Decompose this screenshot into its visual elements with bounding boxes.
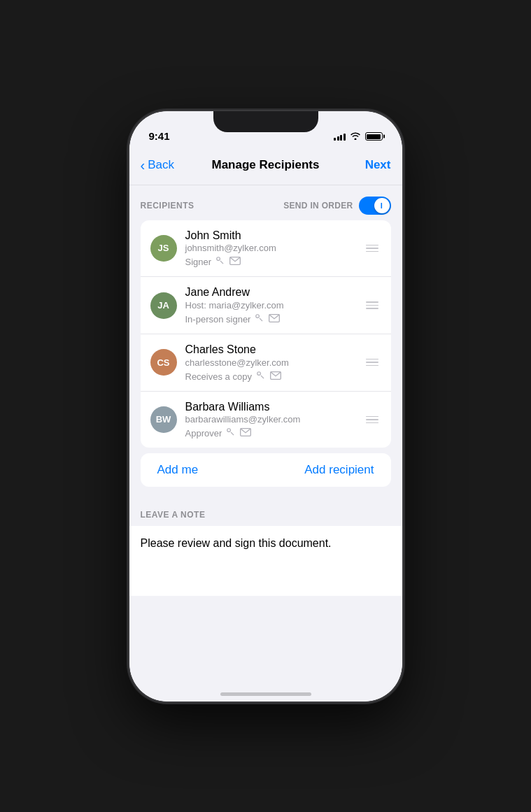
key-icon bbox=[256, 371, 266, 383]
svg-point-2 bbox=[256, 315, 260, 318]
phone-screen: 9:41 bbox=[129, 111, 402, 701]
send-in-order-control[interactable]: SEND IN ORDER I bbox=[283, 197, 390, 215]
recipient-row[interactable]: JA Jane Andrew Host: maria@zylker.com In… bbox=[141, 277, 391, 334]
battery-icon bbox=[365, 132, 383, 141]
mail-icon bbox=[240, 428, 251, 439]
recipients-list: JS John Smith johnsmith@zylker.com Signe… bbox=[141, 220, 391, 448]
mail-icon bbox=[269, 314, 280, 325]
avatar: JA bbox=[150, 292, 177, 319]
recipient-row[interactable]: BW Barbara Williams barbarawilliams@zylk… bbox=[141, 392, 391, 448]
note-text: Please review and sign this document. bbox=[141, 537, 332, 549]
recipient-email: charlesstone@zylker.com bbox=[185, 357, 355, 369]
recipient-name: John Smith bbox=[185, 229, 355, 243]
nav-bar: ‹ Back Manage Recipients Next bbox=[129, 146, 402, 185]
toggle-knob: I bbox=[374, 198, 390, 213]
phone-frame: 9:41 bbox=[129, 111, 402, 701]
send-in-order-label: SEND IN ORDER bbox=[283, 201, 353, 211]
recipient-role: Signer bbox=[185, 257, 212, 267]
mail-icon bbox=[229, 257, 241, 267]
drag-handle[interactable] bbox=[363, 356, 381, 369]
wifi-icon bbox=[350, 131, 361, 142]
recipient-info: Barbara Williams barbarawilliams@zylker.… bbox=[185, 400, 355, 440]
drag-handle[interactable] bbox=[363, 299, 381, 312]
note-content[interactable]: Please review and sign this document. bbox=[129, 526, 402, 596]
key-icon bbox=[215, 256, 225, 268]
recipient-row[interactable]: JS John Smith johnsmith@zylker.com Signe… bbox=[141, 220, 391, 278]
key-icon bbox=[226, 427, 236, 439]
svg-point-4 bbox=[257, 371, 261, 375]
recipient-row[interactable]: CS Charles Stone charlesstone@zylker.com… bbox=[141, 334, 391, 392]
recipient-role: In-person signer bbox=[185, 314, 251, 325]
recipient-info: Charles Stone charlesstone@zylker.com Re… bbox=[185, 343, 355, 383]
home-indicator bbox=[220, 692, 311, 696]
key-icon bbox=[255, 313, 264, 325]
add-recipient-button[interactable]: Add recipient bbox=[304, 463, 374, 477]
signal-icon bbox=[334, 132, 346, 141]
back-label: Back bbox=[148, 158, 174, 172]
toggle-indicator: I bbox=[381, 201, 383, 210]
recipient-role-row: Signer bbox=[185, 256, 355, 268]
battery-fill bbox=[367, 134, 381, 139]
recipient-name: Charles Stone bbox=[185, 343, 355, 357]
notch bbox=[213, 111, 318, 132]
mail-icon bbox=[270, 371, 281, 382]
note-label: LEAVE A NOTE bbox=[141, 510, 206, 520]
recipient-role: Receives a copy bbox=[185, 371, 252, 382]
action-buttons-row: Add me Add recipient bbox=[141, 453, 391, 487]
send-in-order-toggle[interactable]: I bbox=[359, 197, 391, 215]
recipient-role-row: Approver bbox=[185, 427, 355, 439]
recipient-email: barbarawilliams@zylker.com bbox=[185, 414, 355, 426]
recipient-role-row: Receives a copy bbox=[185, 371, 355, 383]
svg-point-6 bbox=[227, 429, 231, 432]
recipient-email: johnsmith@zylker.com bbox=[185, 243, 355, 255]
next-button[interactable]: Next bbox=[342, 158, 391, 172]
note-section: LEAVE A NOTE Please review and sign this… bbox=[129, 498, 402, 596]
recipient-info: John Smith johnsmith@zylker.com Signer bbox=[185, 229, 355, 269]
recipients-label: RECIPIENTS bbox=[141, 201, 194, 211]
recipient-name: Barbara Williams bbox=[185, 400, 355, 415]
chevron-left-icon: ‹ bbox=[141, 158, 146, 172]
back-button[interactable]: ‹ Back bbox=[141, 158, 190, 172]
note-section-header: LEAVE A NOTE bbox=[129, 498, 402, 526]
recipient-email: Host: maria@zylker.com bbox=[185, 300, 355, 312]
drag-handle[interactable] bbox=[363, 413, 381, 427]
recipient-role-row: In-person signer bbox=[185, 313, 355, 325]
status-time: 9:41 bbox=[149, 130, 170, 142]
add-me-button[interactable]: Add me bbox=[157, 463, 199, 477]
recipients-section-header: RECIPIENTS SEND IN ORDER I bbox=[129, 185, 402, 220]
avatar: BW bbox=[150, 406, 177, 433]
recipient-role: Approver bbox=[185, 428, 222, 439]
avatar: CS bbox=[150, 349, 177, 376]
svg-point-0 bbox=[217, 257, 220, 261]
recipient-name: Jane Andrew bbox=[185, 285, 355, 300]
avatar: JS bbox=[150, 235, 177, 262]
recipient-info: Jane Andrew Host: maria@zylker.com In-pe… bbox=[185, 285, 355, 325]
content-area: RECIPIENTS SEND IN ORDER I JS John S bbox=[129, 185, 402, 701]
status-icons bbox=[334, 131, 383, 142]
drag-handle[interactable] bbox=[363, 242, 381, 255]
page-title: Manage Recipients bbox=[190, 158, 342, 172]
